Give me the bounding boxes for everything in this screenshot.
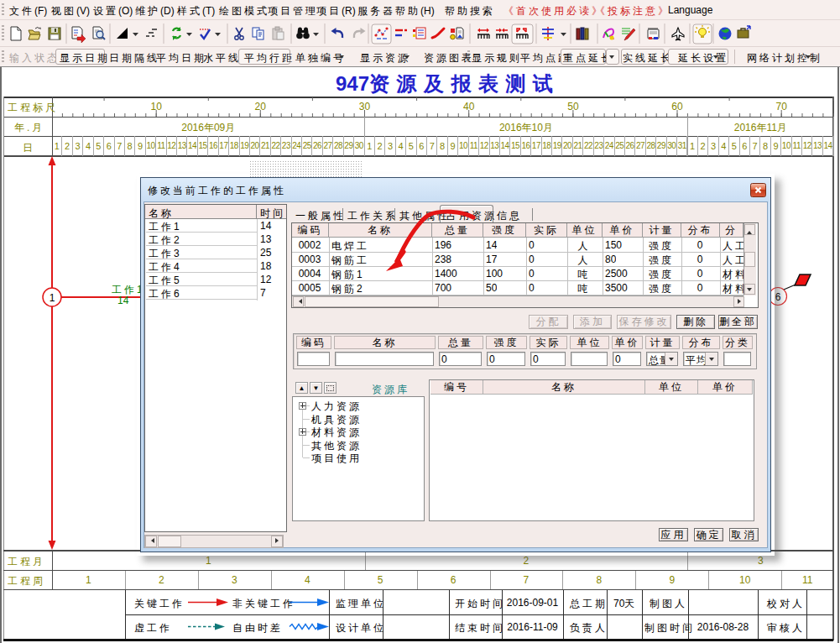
svg-text:1: 1	[50, 292, 55, 304]
svg-text:6: 6	[775, 291, 781, 303]
